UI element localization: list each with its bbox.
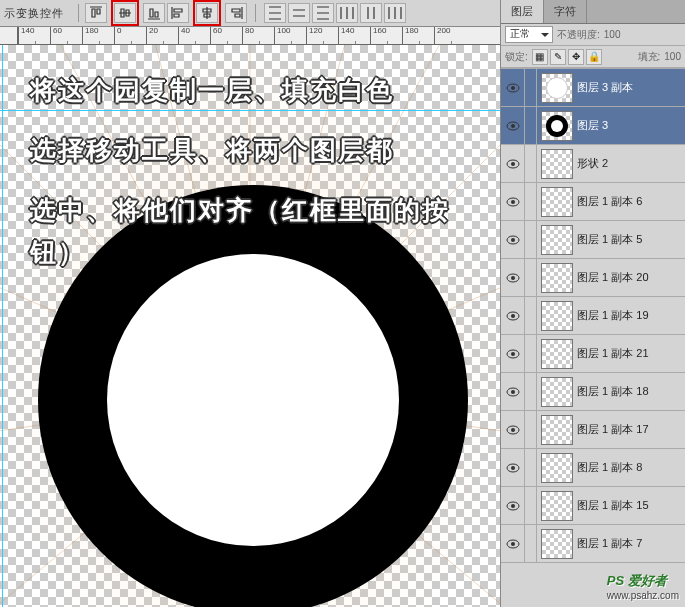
layer-thumbnail[interactable] xyxy=(541,301,573,331)
annotation-line-1: 将这个园复制一层、填充白色 xyxy=(30,70,490,112)
layer-thumbnail[interactable] xyxy=(541,415,573,445)
document-canvas[interactable]: 将这个园复制一层、填充白色 选择移动工具、将两个图层都 选中、将他们对齐（红框里… xyxy=(0,45,500,607)
watermark: PS 爱好者 www.psahz.com xyxy=(607,572,679,601)
svg-point-16 xyxy=(511,124,515,128)
visibility-eye-icon[interactable] xyxy=(501,107,525,145)
layer-name[interactable]: 图层 1 副本 6 xyxy=(577,194,685,209)
visibility-eye-icon[interactable] xyxy=(501,145,525,183)
panel-tabs: 图层 字符 xyxy=(501,0,685,24)
visibility-eye-icon[interactable] xyxy=(501,525,525,563)
dist-vcenter-button[interactable] xyxy=(288,3,310,23)
layer-name[interactable]: 图层 1 副本 7 xyxy=(577,536,685,551)
layer-row[interactable]: 图层 1 副本 17 xyxy=(501,411,685,449)
opacity-label: 不透明度: xyxy=(557,28,600,42)
blend-mode-select[interactable]: 正常 xyxy=(505,26,553,43)
lock-fill-row: 锁定: ▦ ✎ ✥ 🔒 填充: 100 xyxy=(501,46,685,68)
horizontal-ruler: 14060180020406080100120140160180200 xyxy=(0,27,500,45)
layer-thumbnail[interactable] xyxy=(541,187,573,217)
align-vcenter-button[interactable] xyxy=(114,3,136,23)
layer-name[interactable]: 图层 1 副本 20 xyxy=(577,270,685,285)
layer-row[interactable]: 图层 1 副本 20 xyxy=(501,259,685,297)
layer-thumbnail[interactable] xyxy=(541,377,573,407)
align-right-button[interactable] xyxy=(225,3,247,23)
layer-thumbnail[interactable] xyxy=(541,263,573,293)
layer-row[interactable]: 图层 1 副本 19 xyxy=(501,297,685,335)
layer-thumbnail[interactable] xyxy=(541,491,573,521)
lock-pixels-icon[interactable]: ✎ xyxy=(550,49,566,65)
layer-thumbnail[interactable] xyxy=(541,453,573,483)
dist-hcenter-button[interactable] xyxy=(360,3,382,23)
watermark-url: www.psahz.com xyxy=(607,590,679,601)
layer-thumbnail[interactable] xyxy=(541,529,573,559)
layer-name[interactable]: 图层 3 副本 xyxy=(577,80,685,95)
fill-value[interactable]: 100 xyxy=(664,51,681,62)
layer-row[interactable]: 图层 1 副本 15 xyxy=(501,487,685,525)
ruler-tick: 180 xyxy=(402,27,434,45)
layer-name[interactable]: 图层 1 副本 8 xyxy=(577,460,685,475)
ruler-tick: 0 xyxy=(114,27,146,45)
align-top-button[interactable] xyxy=(85,3,107,23)
layer-thumbnail[interactable] xyxy=(541,225,573,255)
layer-row[interactable]: 图层 3 xyxy=(501,107,685,145)
tab-character[interactable]: 字符 xyxy=(544,0,587,23)
dist-top-button[interactable] xyxy=(264,3,286,23)
ruler-tick: 40 xyxy=(178,27,210,45)
lock-all-icon[interactable]: 🔒 xyxy=(586,49,602,65)
layer-name[interactable]: 图层 1 副本 21 xyxy=(577,346,685,361)
align-hcenter-button[interactable] xyxy=(196,3,218,23)
tab-layers[interactable]: 图层 xyxy=(501,0,544,23)
dist-left-button[interactable] xyxy=(336,3,358,23)
visibility-eye-icon[interactable] xyxy=(501,221,525,259)
layer-thumbnail[interactable] xyxy=(541,339,573,369)
ruler-tick: 140 xyxy=(18,27,50,45)
visibility-eye-icon[interactable] xyxy=(501,487,525,525)
visibility-eye-icon[interactable] xyxy=(501,259,525,297)
layer-row[interactable]: 图层 1 副本 7 xyxy=(501,525,685,563)
layer-thumbnail[interactable] xyxy=(541,73,573,103)
align-left-button[interactable] xyxy=(167,3,189,23)
layer-row[interactable]: 图层 1 副本 21 xyxy=(501,335,685,373)
guide-vertical[interactable] xyxy=(2,45,3,607)
layer-row[interactable]: 图层 1 副本 8 xyxy=(501,449,685,487)
layer-name[interactable]: 图层 1 副本 19 xyxy=(577,308,685,323)
layer-name[interactable]: 图层 1 副本 5 xyxy=(577,232,685,247)
visibility-eye-icon[interactable] xyxy=(501,411,525,449)
layer-row[interactable]: 图层 3 副本 xyxy=(501,69,685,107)
opacity-value[interactable]: 100 xyxy=(604,29,621,40)
layer-name[interactable]: 图层 1 副本 18 xyxy=(577,384,685,399)
layer-row[interactable]: 图层 1 副本 5 xyxy=(501,221,685,259)
layer-row[interactable]: 图层 1 副本 18 xyxy=(501,373,685,411)
ruler-tick: 200 xyxy=(434,27,466,45)
layer-name[interactable]: 形状 2 xyxy=(577,156,685,171)
dist-right-button[interactable] xyxy=(384,3,406,23)
layer-name[interactable]: 图层 1 副本 15 xyxy=(577,498,685,513)
white-circle-layer[interactable] xyxy=(107,254,399,546)
lock-transparency-icon[interactable]: ▦ xyxy=(532,49,548,65)
layer-link-column xyxy=(525,183,537,221)
layer-link-column xyxy=(525,69,537,107)
ruler-tick: 60 xyxy=(50,27,82,45)
svg-point-38 xyxy=(511,542,515,546)
visibility-eye-icon[interactable] xyxy=(501,449,525,487)
ruler-tick: 20 xyxy=(146,27,178,45)
visibility-eye-icon[interactable] xyxy=(501,373,525,411)
layer-name[interactable]: 图层 1 副本 17 xyxy=(577,422,685,437)
layer-link-column xyxy=(525,145,537,183)
align-bottom-button[interactable] xyxy=(143,3,165,23)
layer-name[interactable]: 图层 3 xyxy=(577,118,685,133)
lock-position-icon[interactable]: ✥ xyxy=(568,49,584,65)
layer-thumbnail[interactable] xyxy=(541,149,573,179)
transform-controls-label: 示变换控件 xyxy=(4,6,64,21)
visibility-eye-icon[interactable] xyxy=(501,183,525,221)
fill-label: 填充: xyxy=(638,50,661,64)
layer-thumbnail[interactable] xyxy=(541,111,573,141)
visibility-eye-icon[interactable] xyxy=(501,69,525,107)
ruler-origin xyxy=(0,27,18,45)
visibility-eye-icon[interactable] xyxy=(501,297,525,335)
visibility-eye-icon[interactable] xyxy=(501,335,525,373)
layer-row[interactable]: 图层 1 副本 6 xyxy=(501,183,685,221)
ruler-tick: 100 xyxy=(274,27,306,45)
lock-label: 锁定: xyxy=(505,50,528,64)
layer-row[interactable]: 形状 2 xyxy=(501,145,685,183)
dist-bottom-button[interactable] xyxy=(312,3,334,23)
